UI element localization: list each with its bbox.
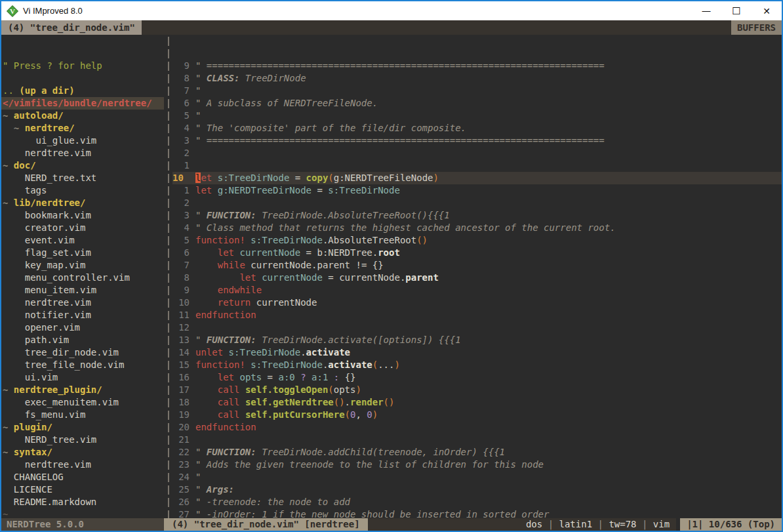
nerdtree-item-file[interactable]: ui_glue.vim [1, 134, 164, 147]
editor-line[interactable]: 24" [172, 471, 782, 483]
editor-line[interactable]: 17 call self.toggleOpen(opts) [172, 384, 782, 396]
editor-line[interactable]: 6 let currentNode = b:NERDTree.root [172, 247, 782, 259]
nerdtree-item-file[interactable]: exec_menuitem.vim [1, 396, 164, 409]
nerdtree-item-file[interactable]: opener.vim [1, 321, 164, 334]
line-number: 10 [172, 172, 190, 184]
editor-line[interactable]: 5" [172, 110, 782, 122]
editor-line[interactable]: 26" -treenode: the node to add [172, 496, 782, 508]
editor-line[interactable]: 15function! s:TreeDirNode.activate(...) [172, 359, 782, 371]
editor-line[interactable]: 10 return currentNode [172, 297, 782, 309]
nerdtree-item-file[interactable]: nerdtree.vim [1, 297, 164, 309]
line-number: 8 [172, 72, 190, 85]
nerdtree-item-up[interactable]: .. (up a dir) [1, 85, 164, 97]
nerdtree-item-file[interactable]: nerdtree.vim [1, 459, 164, 471]
line-number: 11 [172, 309, 190, 321]
nerdtree-item-file[interactable]: tree_dir_node.vim [1, 346, 164, 359]
nerdtree-item-file[interactable]: notifier.vim [1, 309, 164, 321]
line-number: 14 [172, 346, 190, 359]
editor-line[interactable]: 5function! s:TreeDirNode.AbsoluteTreeRoo… [172, 234, 782, 247]
nerdtree-item-file[interactable]: path.vim [1, 334, 164, 346]
code-text: " -inOrder: 1 if the new node should be … [195, 508, 549, 518]
nerdtree-item-file[interactable]: event.vim [1, 234, 164, 247]
editor-line[interactable]: 23" Adds the given treenode to the list … [172, 459, 782, 471]
nerdtree-item-file[interactable]: tags [1, 184, 164, 197]
minimize-button[interactable]: — [691, 1, 721, 20]
editor-line[interactable]: 2 [172, 197, 782, 209]
editor-line[interactable]: 1 [172, 159, 782, 172]
nerdtree-item-file[interactable]: NERD_tree.txt [1, 172, 164, 184]
line-number: 5 [172, 110, 190, 122]
code-text: call self.getNerdtree().render() [195, 396, 394, 409]
nerdtree-item-root[interactable]: </vimfiles/bundle/nerdtree/ [1, 97, 164, 110]
nerdtree-item-file[interactable]: flag_set.vim [1, 247, 164, 259]
nerdtree-item-dir[interactable]: ~ nerdtree_plugin/ [1, 384, 164, 396]
nerdtree-item-file[interactable]: LICENCE [1, 483, 164, 496]
code-text: unlet s:TreeDirNode.activate [195, 346, 350, 359]
editor-line[interactable]: 7 while currentNode.parent != {} [172, 259, 782, 272]
editor-line[interactable]: 18 call self.getNerdtree().render() [172, 396, 782, 409]
nerdtree-item-file[interactable]: menu_item.vim [1, 284, 164, 297]
editor-line[interactable]: 9 endwhile [172, 284, 782, 297]
editor-line[interactable]: 11endfunction [172, 309, 782, 321]
editor-line[interactable]: 4" Class method that returns the highest… [172, 222, 782, 234]
nerdtree-item-file[interactable]: nerdtree.vim [1, 147, 164, 159]
line-number: 17 [172, 384, 190, 396]
editor-line[interactable]: 2 [172, 147, 782, 159]
nerdtree-item-file[interactable]: key_map.vim [1, 259, 164, 272]
nerdtree-item-file[interactable]: menu_controller.vim [1, 272, 164, 284]
nerdtree-item-dir[interactable]: ~ lib/nerdtree/ [1, 197, 164, 209]
line-number: 4 [172, 122, 190, 134]
line-number: 3 [172, 209, 190, 222]
statusline-cursor-position: |1| 10/636 (Top) [680, 518, 782, 531]
editor-line[interactable]: 8 let currentNode = currentNode.parent [172, 272, 782, 284]
nerdtree-item-help[interactable]: " Press ? for help [1, 60, 164, 72]
nerdtree-item-dir[interactable]: ~ doc/ [1, 159, 164, 172]
code-text: while currentNode.parent != {} [195, 259, 384, 272]
line-number: 23 [172, 459, 190, 471]
maximize-button[interactable]: ☐ [721, 1, 752, 20]
editor-line[interactable]: 25" Args: [172, 483, 782, 496]
nerdtree-item-dir[interactable]: ~ syntax/ [1, 446, 164, 459]
editor-line[interactable]: 19 call self.putCursorHere(0, 0) [172, 409, 782, 421]
editor-line[interactable]: 20endfunction [172, 421, 782, 434]
editor-line-current[interactable]: 10let s:TreeDirNode = copy(g:NERDTreeFil… [172, 172, 782, 184]
nerdtree-item-dir[interactable]: ~ autoload/ [1, 110, 164, 122]
editor-pane[interactable]: 9" =====================================… [172, 35, 782, 518]
line-number: 25 [172, 483, 190, 496]
nerdtree-item-file[interactable]: CHANGELOG [1, 471, 164, 483]
nerdtree-item-dir[interactable]: ~ nerdtree/ [1, 122, 164, 134]
editor-line[interactable]: 13" FUNCTION: TreeDirNode.activate([opti… [172, 334, 782, 346]
line-number: 4 [172, 222, 190, 234]
editor-line[interactable]: 12 [172, 321, 782, 334]
editor-line[interactable]: 27" -inOrder: 1 if the new node should b… [172, 508, 782, 518]
line-number: 9 [172, 60, 190, 72]
tab-active-buffer[interactable]: (4) "tree_dir_node.vim" [1, 20, 142, 35]
window-split-separator[interactable] [164, 35, 172, 518]
nerdtree-item-file[interactable]: creator.vim [1, 222, 164, 234]
nerdtree-item-file[interactable]: tree_file_node.vim [1, 359, 164, 371]
line-number: 9 [172, 284, 190, 297]
close-button[interactable]: ✕ [752, 1, 782, 20]
nerdtree-item-file[interactable]: bookmark.vim [1, 209, 164, 222]
editor-line[interactable]: 4" The 'composite' part of the file/dir … [172, 122, 782, 134]
editor-line[interactable]: 22" FUNCTION: TreeDirNode.addChild(treen… [172, 446, 782, 459]
line-number: 21 [172, 434, 190, 446]
titlebar: V Vi IMproved 8.0 — ☐ ✕ [1, 1, 782, 20]
code-text: let currentNode = b:NERDTree.root [195, 247, 400, 259]
nerdtree-item-dir[interactable]: ~ plugin/ [1, 421, 164, 434]
editor-line[interactable]: 3" =====================================… [172, 134, 782, 147]
editor-line[interactable]: 6" A subclass of NERDTreeFileNode. [172, 97, 782, 110]
editor-line[interactable]: 21 [172, 434, 782, 446]
editor-line[interactable]: 9" =====================================… [172, 60, 782, 72]
editor-line[interactable]: 16 let opts = a:0 ? a:1 : {} [172, 371, 782, 384]
nerdtree-item-file[interactable]: fs_menu.vim [1, 409, 164, 421]
nerdtree-item-file[interactable]: NERD_tree.vim [1, 434, 164, 446]
editor-line[interactable]: 14unlet s:TreeDirNode.activate [172, 346, 782, 359]
nerdtree-item-file[interactable]: ui.vim [1, 371, 164, 384]
editor-line[interactable]: 3" FUNCTION: TreeDirNode.AbsoluteTreeRoo… [172, 209, 782, 222]
line-number: 18 [172, 396, 190, 409]
editor-line[interactable]: 1let g:NERDTreeDirNode = s:TreeDirNode [172, 184, 782, 197]
editor-line[interactable]: 7" [172, 85, 782, 97]
editor-line[interactable]: 8" CLASS: TreeDirNode [172, 72, 782, 85]
nerdtree-item-file[interactable]: README.markdown [1, 496, 164, 508]
